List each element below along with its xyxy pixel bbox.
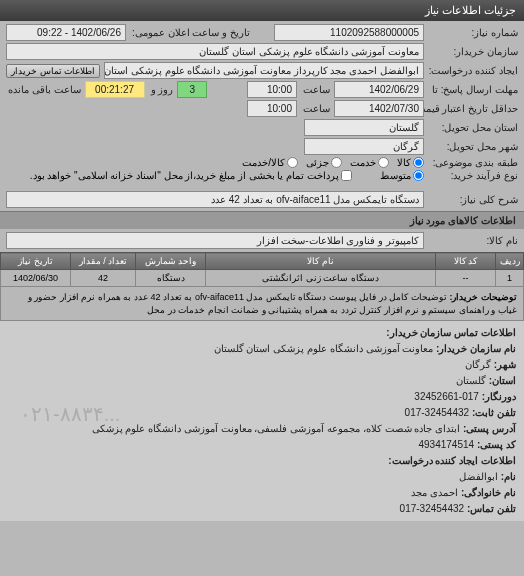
radio-goods-service[interactable]: کالا/خدمت [242, 157, 298, 168]
deadline-label: مهلت ارسال پاسخ: تا [428, 84, 518, 95]
contact-prov-label: استان: [489, 375, 516, 386]
radio-process-mid-input[interactable] [413, 170, 424, 181]
contact-block: اطلاعات تماس سازمان خریدار: نام سازمان خ… [0, 321, 524, 521]
contact-fax-value: 017-32452661 [414, 391, 479, 402]
radio-service-input[interactable] [378, 157, 389, 168]
table-notes-row: توضیحات خریدار: توضیحات کامل در فایل پیو… [1, 287, 524, 321]
table-row[interactable]: 1 -- دستگاه ساعت زنی اثرانگشتی دستگاه 42… [1, 270, 524, 287]
time-label-1: ساعت [301, 84, 330, 95]
contact-addr-label: آدرس پستی: [463, 423, 516, 434]
announce-label: تاریخ و ساعت اعلان عمومی: [130, 27, 270, 38]
announce-field: 1402/06/26 - 09:22 [6, 24, 126, 41]
cell-code: -- [436, 270, 496, 287]
radio-process-mid[interactable]: متوسط [380, 170, 424, 181]
contact-post-label: کد پستی: [477, 439, 516, 450]
contact-section1-title: اطلاعات تماس سازمان خریدار: [386, 327, 516, 338]
request-no-field: 1102092588000005 [274, 24, 424, 41]
valid-time-field: 10:00 [247, 100, 297, 117]
province-label: استان محل تحویل: [428, 122, 518, 133]
city-field: گرگان [304, 138, 424, 155]
contact-city-value: گرگان [465, 359, 491, 370]
th-idx: ردیف [496, 253, 524, 270]
checkbox-treasury[interactable]: پرداخت تمام یا بخشی از مبلغ خرید،از محل … [30, 170, 352, 181]
goods-group-label: نام کالا: [428, 235, 518, 246]
process-label: نوع فرآیند خرید: [428, 170, 518, 181]
buyer-org-field: معاونت آموزشی دانشگاه علوم پزشکی استان گ… [6, 43, 424, 60]
radio-partial[interactable]: جزئی [306, 157, 342, 168]
notes-text: توضیحات کامل در فایل پیوست دستگاه تایمکس… [28, 292, 517, 315]
days-label: روز و [149, 84, 174, 95]
goods-group-field: کامپیوتر و فناوری اطلاعات-سخت افزار [6, 232, 424, 249]
th-unit: واحد شمارش [136, 253, 206, 270]
th-date: تاریخ نیاز [1, 253, 71, 270]
contact-city-label: شهر: [494, 359, 516, 370]
request-no-label: شماره نیاز: [428, 27, 518, 38]
contact-prov-value: گلستان [456, 375, 486, 386]
remain-label: ساعت باقی مانده [6, 84, 81, 95]
cell-date: 1402/06/30 [1, 270, 71, 287]
deadline-time-field: 10:00 [247, 81, 297, 98]
checkbox-treasury-input[interactable] [341, 170, 352, 181]
contact-lname-value: احمدی مجد [411, 487, 458, 498]
th-qty: تعداد / مقدار [71, 253, 136, 270]
contact-phone-value: 32454432-017 [405, 407, 470, 418]
radio-goods[interactable]: کالا [397, 157, 424, 168]
contact-cphone-label: تلفن تماس: [467, 503, 516, 514]
valid-until-label: حداقل تاریخ اعتبار قیمت: تا تاریخ: [428, 103, 518, 114]
org-name-label: نام سازمان خریدار: [436, 343, 516, 354]
contact-fname-value: ابوالفضل [459, 471, 498, 482]
th-code: کد کالا [436, 253, 496, 270]
cell-name: دستگاه ساعت زنی اثرانگشتی [206, 270, 436, 287]
cell-qty: 42 [71, 270, 136, 287]
contact-lname-label: نام خانوادگی: [461, 487, 516, 498]
days-remaining-field: 3 [177, 81, 207, 98]
page-header: جزئیات اطلاعات نیاز [0, 0, 524, 21]
goods-table: ردیف کد کالا نام کالا واحد شمارش تعداد /… [0, 252, 524, 321]
contact-post-value: 4934174514 [418, 439, 474, 450]
radio-goods-service-input[interactable] [287, 157, 298, 168]
cell-unit: دستگاه [136, 270, 206, 287]
goods-section-title: اطلاعات کالاهای مورد نیاز [0, 211, 524, 229]
radio-service[interactable]: خدمت [350, 157, 389, 168]
buyer-org-label: سازمان خریدار: [428, 46, 518, 57]
province-field: گلستان [304, 119, 424, 136]
buyer-contact-button[interactable]: اطلاعات تماس خریدار [6, 64, 100, 78]
org-name-value: معاونت آموزشی دانشگاه علوم پزشکی استان گ… [214, 343, 434, 354]
deadline-date-field: 1402/06/29 [334, 81, 424, 98]
th-name: نام کالا [206, 253, 436, 270]
time-label-2: ساعت [301, 103, 330, 114]
contact-fax-label: دورنگار: [482, 391, 516, 402]
requester-label: ایجاد کننده درخواست: [428, 65, 518, 76]
time-remaining-field: 00:21:27 [85, 81, 145, 98]
desc-field: دستگاه تایمکس مدل ofv-aiface11 به تعداد … [6, 191, 424, 208]
requester-field: ابوالفضل احمدی مجد کارپرداز معاونت آموزش… [104, 62, 424, 79]
contact-phone-label: تلفن ثابت: [472, 407, 516, 418]
radio-goods-input[interactable] [413, 157, 424, 168]
category-label: طبقه بندی موضوعی: [428, 157, 518, 168]
contact-cphone-value: 32454432-017 [400, 503, 465, 514]
notes-label: توضیحات خریدار: [450, 292, 518, 302]
desc-label: شرح کلی نیاز: [428, 194, 518, 205]
header-title: جزئیات اطلاعات نیاز [425, 4, 516, 16]
table-header-row: ردیف کد کالا نام کالا واحد شمارش تعداد /… [1, 253, 524, 270]
form-area: شماره نیاز: 1102092588000005 تاریخ و ساع… [0, 21, 524, 211]
cell-idx: 1 [496, 270, 524, 287]
city-label: شهر محل تحویل: [428, 141, 518, 152]
radio-partial-input[interactable] [331, 157, 342, 168]
contact-fname-label: نام: [501, 471, 516, 482]
category-radio-group: کالا خدمت جزئی کالا/خدمت [242, 157, 424, 168]
contact-addr-value: ابتدای جاده شصت کلاه، مجموعه آموزشی فلسف… [92, 423, 461, 434]
valid-date-field: 1402/07/30 [334, 100, 424, 117]
contact-section2-title: اطلاعات ایجاد کننده درخواست: [388, 455, 516, 466]
